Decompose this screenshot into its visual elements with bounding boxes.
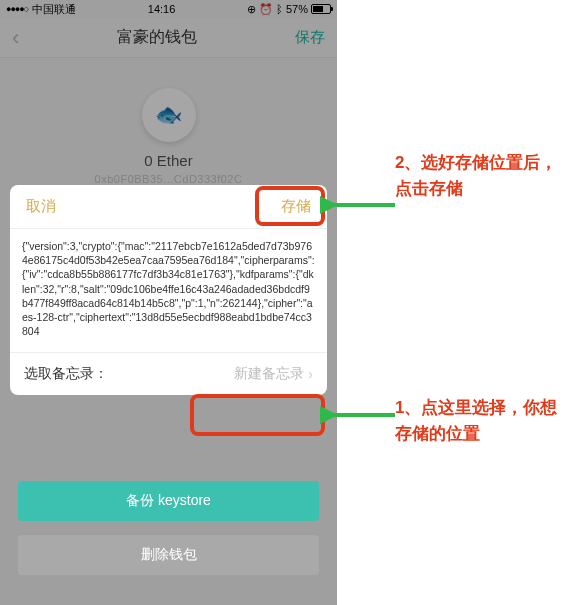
phone-frame: ●●●●○ 中国联通 14:16 ⊕ ⏰ ᛒ 57% ‹ 富豪的钱包 保存 🐟 …	[0, 0, 337, 605]
annotation-2: 1、点这里选择，你想存储的位置	[395, 395, 560, 446]
arrow-store	[320, 195, 400, 215]
bottom-buttons: 备份 keystore 删除钱包	[18, 467, 319, 575]
chevron-right-icon: ›	[308, 366, 313, 382]
memo-button-label: 新建备忘录	[234, 365, 304, 383]
memo-row: 选取备忘录： 新建备忘录 ›	[10, 352, 327, 395]
arrow-memo	[320, 405, 400, 425]
memo-label: 选取备忘录：	[24, 365, 108, 383]
highlight-store	[255, 186, 325, 226]
annotation-1: 2、选好存储位置后，点击存储	[395, 150, 560, 201]
cancel-button[interactable]: 取消	[26, 197, 56, 216]
backup-button[interactable]: 备份 keystore	[18, 481, 319, 521]
keystore-json: {"version":3,"crypto":{"mac":"2117ebcb7e…	[10, 229, 327, 352]
delete-button[interactable]: 删除钱包	[18, 535, 319, 575]
new-memo-button[interactable]: 新建备忘录 ›	[234, 365, 313, 383]
highlight-memo	[190, 394, 325, 436]
